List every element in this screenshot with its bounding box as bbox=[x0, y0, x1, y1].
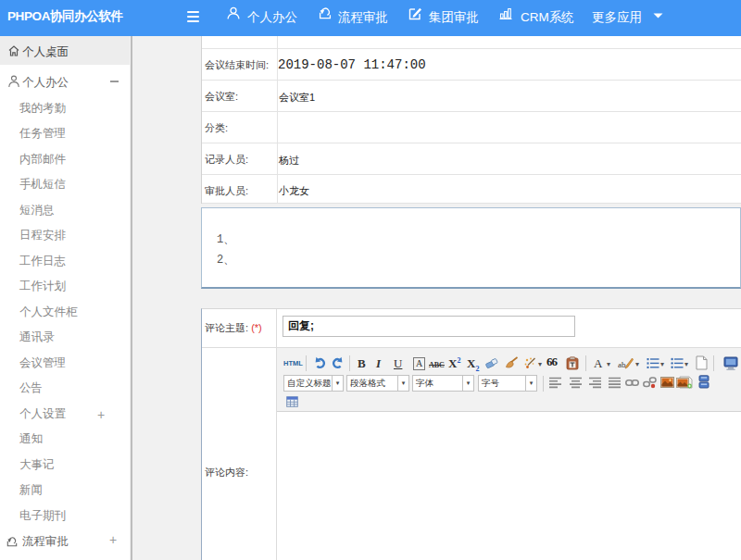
svg-text:ab: ab bbox=[618, 360, 626, 369]
